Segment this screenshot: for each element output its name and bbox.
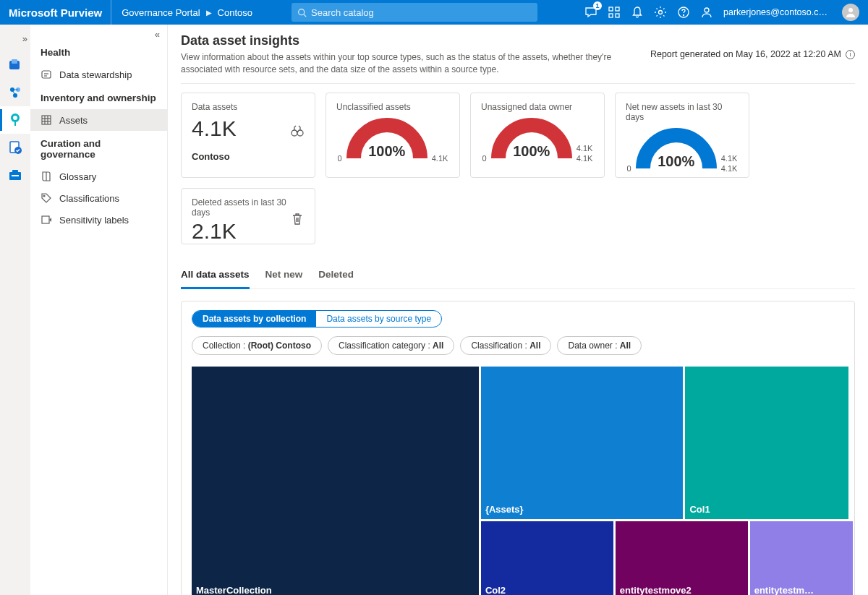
search-input[interactable]: Search catalog bbox=[292, 3, 537, 22]
treemap-node[interactable]: entitytestmove2 bbox=[616, 521, 748, 595]
label-icon bbox=[41, 214, 52, 226]
page-title: Data asset insights bbox=[181, 33, 636, 48]
apps-icon[interactable] bbox=[608, 6, 621, 19]
tab-deleted[interactable]: Deleted bbox=[318, 263, 354, 288]
gauge-percent: 100% bbox=[491, 143, 572, 160]
help-icon[interactable] bbox=[677, 6, 690, 19]
page-description: View information about the assets within… bbox=[181, 51, 636, 76]
treemap-node[interactable]: MasterCollection bbox=[192, 367, 479, 595]
messages-icon[interactable]: 1 bbox=[584, 6, 597, 19]
info-icon[interactable]: i bbox=[846, 50, 855, 59]
book-icon bbox=[41, 171, 52, 182]
header-actions: 1 parkerjones@contoso.c… bbox=[584, 4, 868, 21]
pill-by-collection[interactable]: Data assets by collection bbox=[192, 311, 316, 327]
sidebar-item-stewardship[interactable]: Data stewardship bbox=[30, 64, 167, 85]
tab-net-new[interactable]: Net new bbox=[265, 263, 303, 288]
rail-insights[interactable] bbox=[0, 106, 30, 134]
card-label: Unclassified assets bbox=[336, 102, 449, 112]
svg-rect-5 bbox=[616, 14, 619, 17]
sidebar-item-label: Glossary bbox=[59, 171, 96, 182]
user-email[interactable]: parkerjones@contoso.c… bbox=[723, 7, 827, 17]
view-toggle: Data assets by collection Data assets by… bbox=[192, 310, 442, 328]
feedback-icon[interactable] bbox=[700, 6, 713, 19]
svg-point-37 bbox=[292, 130, 297, 136]
sidebar-section-health: Health bbox=[30, 40, 167, 64]
svg-rect-12 bbox=[12, 59, 17, 64]
filter-data-owner[interactable]: Data owner : All bbox=[557, 336, 642, 355]
card-value: 4.1K bbox=[192, 116, 305, 141]
svg-point-38 bbox=[297, 130, 303, 136]
filter-classification-category[interactable]: Classification category : All bbox=[328, 336, 454, 355]
gauge-right-1: 4.1K bbox=[576, 144, 593, 153]
bell-icon[interactable] bbox=[631, 6, 644, 19]
trash-icon bbox=[290, 212, 305, 228]
rail-management[interactable] bbox=[0, 161, 30, 189]
sidebar-item-assets[interactable]: Assets bbox=[30, 109, 167, 131]
gauge-chart: 100% bbox=[346, 118, 427, 163]
expand-rail-icon[interactable]: » bbox=[22, 30, 30, 51]
card-deleted[interactable]: Deleted assets in last 30 days 2.1K bbox=[181, 188, 315, 244]
avatar[interactable] bbox=[842, 4, 859, 21]
grid-icon bbox=[41, 114, 52, 126]
treemap-node[interactable]: entitytestm… bbox=[750, 521, 853, 595]
svg-point-9 bbox=[705, 8, 709, 12]
stewardship-icon bbox=[41, 69, 52, 80]
treemap-chart: MasterCollection {Assets} Col1 Col2 enti… bbox=[192, 367, 844, 595]
product-name[interactable]: Microsoft Purview bbox=[0, 0, 111, 25]
chevron-right-icon: ▶ bbox=[206, 9, 212, 17]
asset-tabs: All data assets Net new Deleted bbox=[181, 263, 855, 289]
sidebar-item-label: Classifications bbox=[59, 193, 119, 204]
rail-policy[interactable] bbox=[0, 134, 30, 161]
card-label: Unassigned data owner bbox=[481, 102, 594, 112]
svg-rect-36 bbox=[42, 216, 49, 223]
svg-rect-4 bbox=[609, 14, 613, 17]
sidebar-item-sensitivity[interactable]: Sensitivity labels bbox=[30, 209, 167, 231]
svg-line-1 bbox=[304, 14, 306, 16]
gauge-right-2: 4.1K bbox=[721, 164, 738, 173]
treemap-node[interactable]: Col2 bbox=[481, 521, 613, 595]
divider bbox=[181, 83, 855, 84]
svg-rect-3 bbox=[616, 7, 619, 11]
main-content: Data asset insights View information abo… bbox=[168, 25, 868, 595]
card-unassigned[interactable]: Unassigned data owner 0 100% 4.1K 4.1K bbox=[470, 93, 605, 178]
card-label: Net new assets in last 30 days bbox=[626, 102, 739, 122]
breadcrumb: Governance Portal ▶ Contoso bbox=[111, 7, 263, 18]
app-header: Microsoft Purview Governance Portal ▶ Co… bbox=[0, 0, 868, 25]
sidebar-item-glossary[interactable]: Glossary bbox=[30, 166, 167, 187]
card-unclassified[interactable]: Unclassified assets 0 100% 4.1K bbox=[326, 93, 460, 178]
svg-point-10 bbox=[848, 8, 853, 12]
collapse-sidebar-icon[interactable]: « bbox=[30, 25, 167, 40]
notification-badge: 1 bbox=[593, 1, 602, 10]
sidebar-item-label: Data stewardship bbox=[59, 69, 132, 80]
svg-rect-24 bbox=[12, 170, 18, 173]
card-data-assets[interactable]: Data assets 4.1K Contoso bbox=[181, 93, 315, 178]
gear-icon[interactable] bbox=[654, 6, 667, 19]
svg-rect-20 bbox=[14, 122, 16, 126]
card-net-new[interactable]: Net new assets in last 30 days 0 100% 4.… bbox=[615, 93, 749, 178]
sidebar-section-inventory: Inventory and ownership bbox=[30, 85, 167, 109]
crumb-portal[interactable]: Governance Portal bbox=[122, 7, 200, 18]
gauge-chart: 100% bbox=[636, 128, 717, 173]
card-sub: Contoso bbox=[192, 151, 305, 162]
rail-knowledge[interactable] bbox=[0, 51, 30, 79]
svg-rect-26 bbox=[42, 71, 51, 78]
sidebar-item-classifications[interactable]: Classifications bbox=[30, 187, 167, 209]
gauge-max: 4.1K bbox=[432, 154, 448, 163]
binoculars-icon bbox=[290, 124, 305, 140]
treemap-node[interactable]: {Assets} bbox=[481, 367, 684, 519]
sidebar-item-label: Sensitivity labels bbox=[59, 215, 129, 226]
gauge-min: 0 bbox=[482, 154, 487, 163]
svg-rect-25 bbox=[12, 175, 19, 176]
filter-classification[interactable]: Classification : All bbox=[460, 336, 551, 355]
pill-by-source[interactable]: Data assets by source type bbox=[316, 311, 441, 327]
card-value: 2.1K bbox=[192, 219, 305, 244]
filter-collection[interactable]: Collection : (Root) Contoso bbox=[192, 336, 322, 355]
svg-point-35 bbox=[43, 195, 45, 197]
rail-map[interactable] bbox=[0, 79, 30, 106]
crumb-account[interactable]: Contoso bbox=[218, 7, 252, 18]
report-generated: Report generated on May 16, 2022 at 12:2… bbox=[650, 33, 855, 59]
search-icon bbox=[297, 8, 307, 17]
gauge-percent: 100% bbox=[636, 153, 717, 170]
treemap-node[interactable]: Col1 bbox=[685, 367, 848, 519]
tab-all[interactable]: All data assets bbox=[181, 263, 250, 289]
